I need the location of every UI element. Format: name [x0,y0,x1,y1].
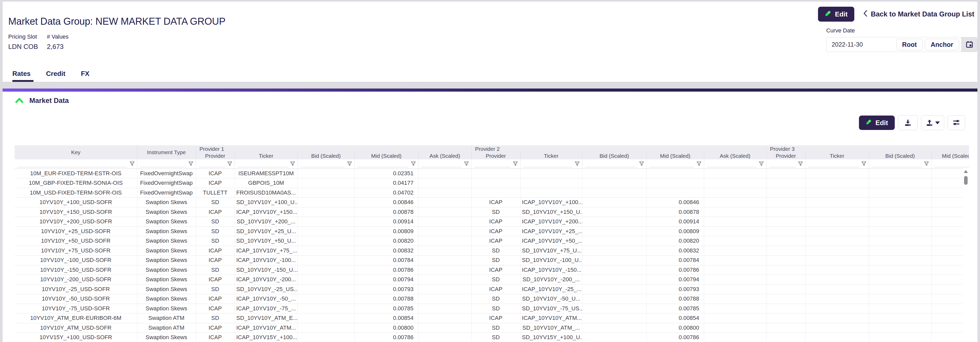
filter-funnel-icon[interactable] [347,161,352,167]
filter-funnel-icon[interactable] [639,161,644,167]
column-filter[interactable] [235,159,298,169]
table-row[interactable]: 10YV10Y_-50_USD-SOFR Swaption Skews ICAP… [15,294,969,304]
filter-input[interactable] [872,161,921,167]
filter-input[interactable] [474,161,511,167]
filter-input[interactable] [769,161,795,167]
filter-input[interactable] [649,161,694,167]
column-header-bid[interactable]: Bid (Scaled) [582,152,646,159]
filter-input[interactable] [237,161,288,167]
filter-funnel-icon[interactable] [512,161,518,167]
table-row[interactable]: 10YV15Y_+100_USD-SOFR Swaption Skews ICA… [15,333,969,342]
back-link[interactable]: Back to Market Data Group List [863,10,974,19]
scroll-up-arrow-icon[interactable] [964,170,968,173]
filter-funnel-icon[interactable] [924,161,929,167]
upload-button[interactable] [921,115,944,130]
column-header-bid[interactable]: Bid (Scaled) [298,152,355,159]
column-header-provider[interactable]: Provider [471,152,520,159]
vertical-scrollbar[interactable] [963,169,969,342]
column-header-instrument-type[interactable]: Instrument Type [137,146,196,159]
column-filter[interactable] [582,159,646,169]
filter-funnel-icon[interactable] [464,161,469,167]
tab-credit[interactable]: Credit [46,70,65,82]
table-row[interactable]: 10YV10Y_+150_USD-SOFR Swaption Skews ICA… [15,207,969,217]
filter-input[interactable] [707,161,756,167]
column-filter[interactable] [520,159,582,169]
column-header-mid[interactable]: Mid (Scaled) [931,152,969,159]
column-filter[interactable] [355,159,418,169]
column-header-bid[interactable]: Bid (Scaled) [869,152,931,159]
table-row[interactable]: 10M_EUR-FIXED-TERM-ESTR-OIS FixedOvernig… [15,169,969,178]
column-filter[interactable] [704,159,766,169]
cell-p1_mid: 0.04702 [355,188,418,198]
table-row[interactable]: 10M_GBP-FIXED-TERM-SONIA-OIS FixedOverni… [15,178,969,188]
scrollbar-thumb[interactable] [964,176,968,185]
filter-funnel-icon[interactable] [798,161,803,167]
table-row[interactable]: 10YV10Y_+100_USD-SOFR Swaption Skews SD … [15,198,969,207]
column-filter[interactable] [471,159,520,169]
calendar-button[interactable] [961,37,977,52]
column-filter[interactable] [418,159,471,169]
filter-funnel-icon[interactable] [188,161,194,167]
table-row[interactable]: 10YV10Y_-200_USD-SOFR Swaption Skews ICA… [15,275,969,285]
filter-funnel-icon[interactable] [574,161,580,167]
download-button[interactable] [898,115,918,130]
filter-funnel-icon[interactable] [129,161,135,167]
filter-funnel-icon[interactable] [759,161,764,167]
table-row[interactable]: 10YV10Y_-25_USD-SOFR Swaption Skews SD S… [15,284,969,294]
curve-date-input[interactable]: 2022-11-30 [827,41,896,48]
cell-key: 10YV10Y_+25_USD-SOFR [15,226,137,236]
table-row[interactable]: 10YV10Y_+200_USD-SOFR Swaption Skews SD … [15,217,969,227]
filter-funnel-icon[interactable] [290,161,296,167]
tab-fx[interactable]: FX [81,70,89,82]
filter-input[interactable] [357,161,409,167]
column-filter[interactable] [646,159,704,169]
table-row[interactable]: 10YV10Y_ATM_USD-SOFR Swaption ATM ICAP I… [15,323,969,333]
table-row[interactable]: 10YV10Y_ATM_EUR-EURIBOR-6M Swaption ATM … [15,314,969,323]
column-filter[interactable] [15,159,137,169]
edit-button[interactable]: Edit [818,7,854,22]
table-row[interactable]: 10YV10Y_+50_USD-SOFR Swaption Skews SD S… [15,236,969,246]
anchor-button[interactable]: Anchor [925,39,959,50]
column-filter[interactable] [137,159,196,169]
filter-funnel-icon[interactable] [861,161,867,167]
column-header-mid[interactable]: Mid (Scaled) [355,152,418,159]
filter-input[interactable] [585,161,637,167]
filter-funnel-icon[interactable] [410,161,416,167]
filter-input[interactable] [421,161,461,167]
filter-funnel-icon[interactable] [696,161,702,167]
table-row[interactable]: 10YV10Y_-75_USD-SOFR Swaption Skews ICAP… [15,304,969,314]
column-header-ticker[interactable]: Ticker [805,152,869,159]
filter-input[interactable] [17,161,127,167]
table-row[interactable]: 10YV10Y_+25_USD-SOFR Swaption Skews SD S… [15,226,969,236]
column-filter[interactable] [869,159,931,169]
table-row[interactable]: 10M_USD-FIXED-TERM-SOFR-OIS FixedOvernig… [15,188,969,198]
column-header-provider[interactable]: Provider [196,152,235,159]
column-header-provider[interactable]: Provider [766,152,805,159]
column-filter[interactable] [196,159,235,169]
filter-input[interactable] [199,161,225,167]
column-header-ask[interactable]: Ask (Scaled) [704,152,766,159]
filter-input[interactable] [523,161,572,167]
column-filter[interactable] [298,159,355,169]
root-button[interactable]: Root [896,39,923,50]
column-filter[interactable] [766,159,805,169]
column-filter[interactable] [805,159,869,169]
column-header-ticker[interactable]: Ticker [235,152,298,159]
table-row[interactable]: 10YV10Y_+75_USD-SOFR Swaption Skews ICAP… [15,246,969,255]
chevron-up-icon[interactable] [15,97,24,105]
filter-input[interactable] [300,161,345,167]
column-header-key[interactable]: Key [15,146,137,159]
filter-input[interactable] [140,161,186,167]
column-header-mid[interactable]: Mid (Scaled) [646,152,704,159]
filter-input[interactable] [934,161,969,167]
table-row[interactable]: 10YV10Y_-150_USD-SOFR Swaption Skews SD … [15,265,969,275]
filter-input[interactable] [808,161,859,167]
column-header-ticker[interactable]: Ticker [520,152,582,159]
table-edit-button[interactable]: Edit [859,116,895,130]
column-header-ask[interactable]: Ask (Scaled) [418,152,471,159]
column-filter[interactable] [931,159,969,169]
cell-p1_ticker: GBPOIS_10M [235,178,298,188]
table-row[interactable]: 10YV10Y_-100_USD-SOFR Swaption Skews ICA… [15,255,969,265]
table-settings-button[interactable] [948,115,965,130]
filter-funnel-icon[interactable] [227,161,232,167]
